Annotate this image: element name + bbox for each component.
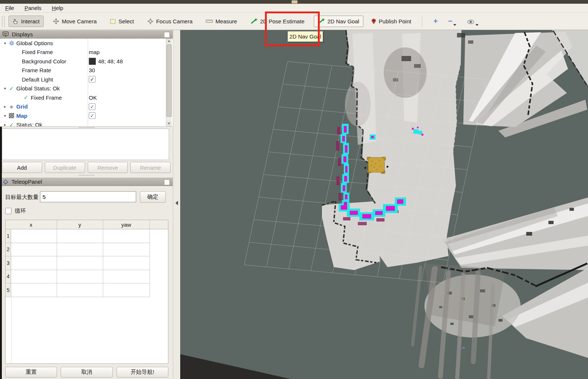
goal-column-header-x[interactable]: x [6,220,57,229]
loop-label: 循环 [15,207,26,215]
max-goal-input[interactable] [40,191,136,202]
displays-tree-row[interactable]: Frame Rate30 [0,66,173,75]
scroll-down-icon[interactable]: ▼ [166,121,172,126]
menu-panels[interactable]: Panels [24,5,41,11]
tree-row-checkbox[interactable]: ✓ [89,112,95,119]
tree-row-checkbox[interactable]: ✓ [89,76,95,83]
displays-tree-row[interactable]: Fixed Framemap [0,48,173,57]
displays-tree-row[interactable]: Default Light✓ [0,75,173,84]
tree-row-label: Frame Rate [21,67,51,73]
displays-tree-row[interactable]: ▸◈Grid✓ [0,102,173,112]
toolbar-drag-handle[interactable] [2,16,5,27]
goal-cell[interactable] [57,243,103,257]
zoom-out-button[interactable]: − [448,17,456,26]
goal-cell[interactable] [103,243,150,257]
goal-row-number[interactable]: 5 [6,283,11,297]
start-nav-button[interactable]: 开始导航! [117,367,168,378]
add-button[interactable]: Add [2,162,42,173]
toolbar-button-label: Interact [21,18,40,24]
splitter-handle[interactable] [79,127,94,128]
check-icon: ✓ [9,85,14,92]
goal-cell[interactable] [11,283,57,297]
green-arrow-icon [318,19,325,24]
toolbar-button-pose-estimate[interactable]: 2D Pose Estimate [246,16,309,27]
displays-tree-row[interactable]: ▾Map✓ [0,111,173,120]
teleop-panel-header[interactable]: TeleopPanel [0,177,173,186]
expander-icon[interactable]: ▾ [2,41,8,45]
reset-button[interactable]: 重置 [5,367,57,378]
menu-file[interactable]: File [5,5,14,11]
camera-view-button[interactable] [467,17,478,26]
goal-column-header-yaw[interactable]: yaw [103,220,150,229]
tree-row-checkbox[interactable]: ✓ [89,103,95,110]
toolbar-button-label: Focus Camera [156,18,192,24]
displays-tree-row[interactable]: Background Color48; 48; 48 [0,57,173,66]
toolbar-button-interact[interactable]: Interact [9,16,44,27]
chevron-down-icon[interactable] [453,24,456,26]
rename-button[interactable]: Rename [130,162,171,173]
displays-scrollbar[interactable]: ▲ ▼ [166,39,172,126]
loop-row[interactable]: 循环 [5,207,26,215]
3d-viewport[interactable] [180,30,588,379]
toolbar-button-nav-goal[interactable]: 2D Nav Goal [314,16,363,27]
teleop-icon [3,179,9,185]
expander-icon[interactable]: ▾ [2,114,8,118]
goal-cell[interactable] [57,256,103,270]
goal-cell[interactable] [11,270,57,284]
toolbar-button-move-camera[interactable]: Move Camera [49,16,101,27]
displays-tree-row[interactable]: ▾Global Options [0,39,173,48]
menubar: FilePanelsHelp [0,4,588,13]
expander-icon[interactable]: ▾ [2,86,8,90]
scrollbar-thumb[interactable] [167,44,172,117]
goal-row-number[interactable]: 3 [6,256,11,270]
color-swatch[interactable] [89,58,96,65]
zoom-in-button[interactable]: + [433,17,438,26]
teleop-panel-title: TeleopPanel [11,179,42,185]
tree-row-label: Default Light [21,76,53,83]
displays-tree-row[interactable]: ▸✓Status: Ok [0,120,173,127]
goal-cell[interactable] [11,229,57,243]
goal-cell[interactable] [11,256,57,270]
expander-icon[interactable]: ▸ [2,104,8,109]
displays-float-checkbox[interactable] [164,32,170,38]
goal-cell[interactable] [103,256,150,270]
menu-help[interactable]: Help [52,5,63,11]
splitter-handle[interactable] [79,175,94,176]
displays-tree-row[interactable]: ✓Fixed FrameOK [0,93,173,102]
toolbar-button-publish-point[interactable]: Publish Point [367,16,416,27]
scroll-up-icon[interactable]: ▲ [166,39,172,44]
goal-cell[interactable] [103,229,150,243]
goal-cell[interactable] [57,283,103,297]
remove-button[interactable]: Remove [88,162,128,173]
goal-cell[interactable] [11,243,57,257]
goal-row-number[interactable]: 1 [6,229,11,243]
displays-tree-row[interactable]: ▾✓Global Status: Ok [0,84,173,93]
toolbar-button-measure[interactable]: Measure [202,16,241,27]
move-arrows-icon [53,18,59,24]
goal-cell[interactable] [103,270,150,284]
expander-icon[interactable]: ▸ [2,123,8,127]
map-render [180,30,588,379]
goal-row-number[interactable]: 2 [6,243,11,257]
goal-row-number[interactable]: 4 [6,270,11,284]
toolbar-button-focus-camera[interactable]: Focus Camera [143,16,196,27]
window-mini-icon [292,0,298,3]
teleop-float-checkbox[interactable] [164,179,170,185]
loop-checkbox[interactable] [5,208,11,214]
panel-collapse-icon[interactable] [175,201,178,205]
toolbar-button-select[interactable]: Select [106,16,138,27]
confirm-button[interactable]: 确定 [140,191,166,203]
chevron-down-icon[interactable] [476,24,478,26]
cancel-button[interactable]: 取消 [61,367,112,378]
displays-tree[interactable]: ▾Global OptionsFixed FramemapBackground … [0,39,173,127]
goal-cell[interactable] [103,283,150,297]
selection-box-icon [110,19,116,24]
goal-column-header-y[interactable]: y [57,220,103,229]
goal-cell[interactable] [57,229,103,243]
goal-table[interactable]: xyyaw12345 [5,220,168,364]
displays-icon [3,31,9,37]
duplicate-button[interactable]: Duplicate [45,162,85,173]
goal-cell[interactable] [57,270,103,284]
displays-buttons: AddDuplicateRemoveRename [2,162,171,173]
displays-panel-header[interactable]: Displays [0,30,173,39]
